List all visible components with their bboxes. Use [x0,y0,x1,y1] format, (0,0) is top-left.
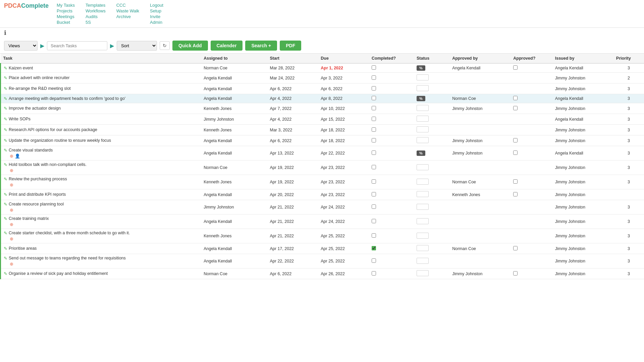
edit-icon[interactable]: ✎ [4,148,7,153]
completed-cell[interactable] [369,125,414,135]
completed-cell[interactable] [369,215,414,229]
pdf-button[interactable]: PDF [280,41,301,51]
completed-checkbox[interactable] [372,150,376,155]
approved-cell[interactable] [511,83,552,94]
approved-cell[interactable] [511,114,552,125]
approved-checkbox[interactable] [513,138,518,142]
quick-add-button[interactable]: Quick Add [172,41,208,51]
nav-5s[interactable]: 5S [86,20,106,25]
sort-select[interactable]: Sort [117,41,157,51]
views-select[interactable]: Views [4,41,38,51]
edit-icon[interactable]: ✎ [4,192,7,197]
approved-checkbox[interactable] [513,192,518,196]
approved-cell[interactable] [511,189,552,200]
approved-checkbox[interactable] [513,106,518,110]
nav-ccc[interactable]: CCC [116,3,139,8]
completed-cell[interactable] [369,63,414,73]
completed-checkbox[interactable] [372,75,376,80]
completed-cell[interactable] [369,83,414,94]
completed-cell[interactable] [369,189,414,200]
search-button[interactable]: Search + [245,41,277,51]
approved-cell[interactable] [511,243,552,254]
edit-icon[interactable]: ✎ [4,256,7,261]
completed-checkbox[interactable] [372,233,376,238]
completed-checkbox[interactable] [372,138,376,142]
edit-icon[interactable]: ✎ [4,216,7,221]
completed-cell[interactable] [369,229,414,243]
edit-icon[interactable]: ✎ [4,202,7,207]
edit-icon[interactable]: ✎ [4,127,7,132]
completed-checkbox[interactable] [372,204,376,209]
nav-waste-walk[interactable]: Waste Walk [116,8,139,13]
approved-cell[interactable] [511,229,552,243]
completed-cell[interactable] [369,243,414,254]
completed-checkbox[interactable] [372,179,376,184]
edit-icon[interactable]: ✎ [4,177,7,182]
completed-checkbox[interactable] [372,165,376,169]
approved-cell[interactable] [511,175,552,189]
completed-checkbox[interactable] [372,219,376,223]
completed-cell[interactable] [369,146,414,161]
approved-cell[interactable] [511,254,552,268]
approved-checkbox[interactable] [513,246,518,250]
completed-cell[interactable] [369,114,414,125]
nav-invite[interactable]: Invite [150,14,163,19]
edit-icon[interactable]: ✎ [4,231,7,236]
completed-cell[interactable] [369,73,414,83]
completed-checkbox[interactable] [372,246,376,250]
nav-projects[interactable]: Projects [57,8,75,13]
approved-cell[interactable] [511,146,552,161]
edit-icon[interactable]: ✎ [4,246,7,251]
approved-cell[interactable] [511,200,552,215]
approved-cell[interactable] [511,161,552,175]
approved-cell[interactable] [511,135,552,146]
nav-admin[interactable]: Admin [150,20,163,25]
completed-checkbox[interactable] [372,127,376,132]
nav-meetings[interactable]: Meetings [57,14,75,19]
completed-checkbox[interactable] [372,271,376,276]
completed-checkbox[interactable] [372,192,376,196]
approved-cell[interactable] [511,94,552,103]
approved-cell[interactable] [511,268,552,279]
refresh-button[interactable]: ↻ [160,41,170,50]
edit-icon[interactable]: ✎ [4,271,7,276]
completed-cell[interactable] [369,103,414,114]
completed-cell[interactable] [369,268,414,279]
completed-checkbox[interactable] [372,258,376,263]
edit-icon[interactable]: ✎ [4,86,7,91]
edit-icon[interactable]: ✎ [4,138,7,143]
approved-checkbox[interactable] [513,150,518,155]
sort-arrow-icon[interactable]: ▶ [110,43,114,49]
approved-cell[interactable] [511,73,552,83]
info-icon[interactable]: ℹ [4,29,6,36]
completed-checkbox[interactable] [372,86,376,90]
approved-checkbox[interactable] [513,96,518,100]
approved-cell[interactable] [511,215,552,229]
nav-workflows[interactable]: Workflows [86,8,106,13]
nav-setup[interactable]: Setup [150,8,163,13]
completed-checkbox[interactable] [372,96,376,100]
completed-cell[interactable] [369,161,414,175]
nav-archive[interactable]: Archive [116,14,139,19]
edit-icon[interactable]: ✎ [4,96,7,101]
edit-icon[interactable]: ✎ [4,66,7,71]
completed-checkbox[interactable] [372,106,376,110]
approved-checkbox[interactable] [513,179,518,184]
edit-icon[interactable]: ✎ [4,162,7,167]
completed-cell[interactable] [369,135,414,146]
approved-cell[interactable] [511,103,552,114]
completed-checkbox[interactable] [372,65,376,70]
approved-checkbox[interactable] [513,65,518,70]
completed-cell[interactable] [369,200,414,215]
edit-icon[interactable]: ✎ [4,75,7,80]
nav-templates[interactable]: Templates [86,3,106,8]
approved-cell[interactable] [511,63,552,73]
search-input[interactable] [47,41,107,50]
completed-cell[interactable] [369,94,414,103]
approved-cell[interactable] [511,125,552,135]
nav-audits[interactable]: Audits [86,14,106,19]
completed-cell[interactable] [369,175,414,189]
nav-my-tasks[interactable]: My Tasks [57,3,75,8]
edit-icon[interactable]: ✎ [4,106,7,111]
edit-icon[interactable]: ✎ [4,117,7,122]
